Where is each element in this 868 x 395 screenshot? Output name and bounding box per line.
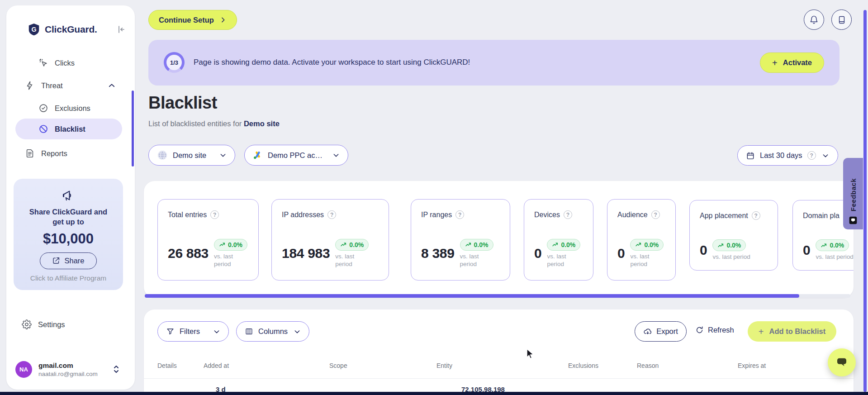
export-button[interactable]: Export [635,321,687,342]
ppc-account-selector[interactable]: Demo PPC ac… [244,145,348,166]
chevron-up-icon[interactable] [108,81,116,90]
stat-value: 26 883 [168,246,209,261]
table-header-divider [144,378,854,379]
stat-label: Domain pla [803,212,840,220]
column-header-expires-at[interactable]: Expires at [738,362,766,369]
stat-label: Devices [534,211,560,219]
columns-label: Columns [258,327,288,336]
stat-value: 0 [617,246,625,261]
sidebar-item-threat[interactable]: Threat [25,75,63,96]
sidebar-item-label: Exclusions [55,104,90,113]
plus-icon: + [772,58,778,67]
page-title: Blacklist [148,93,217,113]
blocked-icon [38,124,48,134]
account-switcher[interactable]: NA gmail.com naatali.ro@gmail.com [15,357,126,382]
share-button[interactable]: Share [40,252,96,269]
chevron-down-icon [822,152,829,159]
sidebar-item-label: Settings [38,320,65,329]
window-bottom-edge [0,392,868,395]
continue-setup-button[interactable]: Continue Setup [148,10,237,30]
stat-label: App placement [700,212,748,220]
help-icon[interactable]: ? [752,211,760,220]
trend-up-icon [821,242,827,249]
setup-progress-ring: 1/3 [164,52,185,73]
add-to-blacklist-button[interactable]: + Add to Blacklist [748,321,836,342]
column-header-scope[interactable]: Scope [329,362,347,369]
ppc-account-value: Demo PPC ac… [268,151,323,160]
sidebar-collapse-icon[interactable] [116,24,127,35]
column-header-added-at[interactable]: Added at [204,362,229,369]
refresh-label: Refresh [708,326,734,334]
chevron-down-icon [219,152,227,159]
column-header-reason[interactable]: Reason [637,362,659,369]
column-header-entity[interactable]: Entity [436,362,452,369]
calendar-icon [746,151,755,160]
sidebar-item-settings[interactable]: Settings [22,314,65,335]
help-icon[interactable]: ? [807,151,816,160]
cloud-download-icon [643,327,652,336]
chevron-down-icon [332,152,340,159]
chevron-right-icon [219,16,227,24]
help-icon[interactable]: ? [651,210,660,219]
chevron-down-icon [294,328,301,335]
site-selector[interactable]: Demo site [148,145,235,166]
date-range-value: Last 30 days [760,151,802,160]
stat-label: IP addresses [282,211,324,219]
stat-card-total-entries: Total entries? 26 883 0.0% vs. last peri… [157,199,259,281]
column-header-details[interactable]: Details [157,362,177,369]
share-button-label: Share [64,257,84,265]
clickguard-shield-icon: G [27,23,41,36]
stat-label: Total entries [168,211,207,219]
stat-vs-label: vs. last period [630,252,657,268]
help-icon[interactable]: ? [455,210,464,219]
stat-value: 0 [803,243,810,258]
megaphone-icon [62,189,75,202]
table-row-entity[interactable]: 72.105.98.198 [461,385,505,392]
sidebar-scrollbar-thumb[interactable] [132,90,134,167]
columns-dropdown[interactable]: Columns [236,321,309,342]
sidebar-item-label: Threat [41,81,63,90]
table-row-added-at[interactable]: 3 d [216,385,226,392]
app-root: G ClickGuard. Clicks Threat [0,0,868,395]
trend-badge: 0.0% [816,239,849,251]
refresh-button[interactable]: Refresh [695,326,734,334]
trend-up-icon [717,242,724,249]
cursor-click-icon [38,58,48,68]
page-subtitle: List of blacklisted entities for Demo si… [148,119,280,128]
banner-message: Page is showing demo data. Activate your… [194,58,470,67]
bell-icon [809,15,819,24]
vertical-scrollbar-thumb[interactable] [863,10,867,392]
feedback-tab[interactable]: Feedback [843,158,863,229]
date-range-selector[interactable]: Last 30 days ? [737,145,838,166]
sidebar-item-exclusions[interactable]: Exclusions [38,98,90,119]
notifications-button[interactable] [804,10,824,30]
stat-vs-label: vs. last period [712,253,750,261]
activate-button[interactable]: + Activate [760,52,824,73]
affiliate-promo-card[interactable]: Share ClickGuard and get up to $10,000 S… [14,179,123,290]
sidebar-item-clicks[interactable]: Clicks [38,52,75,73]
chat-widget-button[interactable] [828,348,856,376]
stat-card-ip-addresses: IP addresses? 184 983 0.0% vs. last peri… [271,199,389,281]
svg-text:G: G [31,26,36,33]
avatar: NA [15,361,32,378]
promo-caption: Click to Affiliate Program [30,274,107,282]
stat-value: 8 389 [421,246,455,261]
account-email: naatali.ro@gmail.com [38,371,98,377]
trend-up-icon [219,241,226,248]
trend-up-icon [552,241,559,248]
column-header-exclusions[interactable]: Exclusions [568,362,598,369]
feedback-label: Feedback [849,178,857,211]
stat-vs-label: vs. last period [214,252,241,268]
external-link-icon [52,257,60,265]
filters-dropdown[interactable]: Filters [157,321,229,342]
help-icon[interactable]: ? [327,210,336,219]
sidebar-item-reports[interactable]: Reports [25,143,67,164]
help-icon[interactable]: ? [564,210,572,219]
trend-up-icon [465,241,472,248]
sidebar-item-blacklist[interactable]: Blacklist [38,119,85,139]
trend-up-icon [635,241,642,248]
docs-button[interactable] [831,10,852,30]
horizontal-scrollbar-thumb[interactable] [145,294,799,298]
help-icon[interactable]: ? [210,210,219,219]
trend-up-icon [340,241,347,248]
